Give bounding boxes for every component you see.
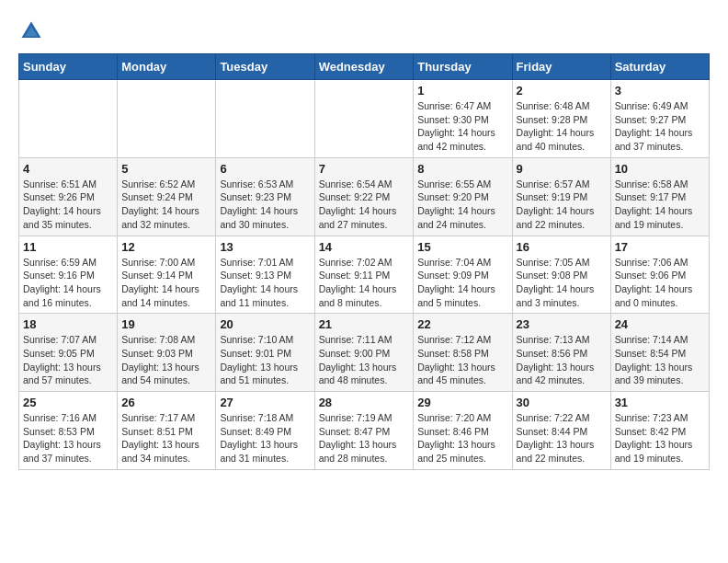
calendar-cell	[118, 80, 216, 158]
day-info: Sunrise: 7:04 AMSunset: 9:09 PMDaylight:…	[417, 256, 507, 310]
day-info: Sunrise: 6:47 AMSunset: 9:30 PMDaylight:…	[417, 99, 507, 154]
day-number: 5	[121, 162, 211, 176]
calendar-cell: 6Sunrise: 6:53 AMSunset: 9:23 PMDaylight…	[216, 157, 314, 236]
day-info: Sunrise: 7:19 AMSunset: 8:47 PMDaylight:…	[319, 411, 410, 465]
calendar-cell: 8Sunrise: 6:55 AMSunset: 9:20 PMDaylight…	[414, 157, 512, 236]
calendar-cell: 31Sunrise: 7:23 AMSunset: 8:42 PMDayligh…	[610, 392, 709, 470]
day-info: Sunrise: 6:53 AMSunset: 9:23 PMDaylight:…	[220, 178, 310, 232]
day-number: 14	[319, 240, 410, 254]
day-number: 22	[417, 317, 507, 331]
day-number: 27	[220, 396, 310, 409]
day-number: 6	[220, 162, 310, 176]
day-info: Sunrise: 7:08 AMSunset: 9:03 PMDaylight:…	[121, 333, 211, 387]
day-info: Sunrise: 6:49 AMSunset: 9:27 PMDaylight:…	[615, 99, 705, 154]
day-number: 18	[23, 317, 113, 331]
day-number: 30	[517, 396, 607, 409]
calendar-cell	[314, 80, 414, 158]
day-info: Sunrise: 7:07 AMSunset: 9:05 PMDaylight:…	[23, 333, 113, 387]
day-info: Sunrise: 6:57 AMSunset: 9:19 PMDaylight:…	[517, 178, 607, 232]
day-info: Sunrise: 7:02 AMSunset: 9:11 PMDaylight:…	[319, 256, 410, 310]
day-info: Sunrise: 6:59 AMSunset: 9:16 PMDaylight:…	[23, 256, 113, 310]
weekday-header-wednesday: Wednesday	[314, 54, 414, 80]
calendar-week-3: 11Sunrise: 6:59 AMSunset: 9:16 PMDayligh…	[19, 236, 710, 314]
calendar-week-5: 25Sunrise: 7:16 AMSunset: 8:53 PMDayligh…	[19, 392, 710, 470]
calendar-cell: 25Sunrise: 7:16 AMSunset: 8:53 PMDayligh…	[19, 392, 118, 470]
calendar-cell: 27Sunrise: 7:18 AMSunset: 8:49 PMDayligh…	[216, 392, 314, 470]
calendar-cell: 22Sunrise: 7:12 AMSunset: 8:58 PMDayligh…	[414, 314, 512, 392]
calendar-cell: 21Sunrise: 7:11 AMSunset: 9:00 PMDayligh…	[314, 314, 414, 392]
weekday-header-friday: Friday	[512, 54, 610, 80]
calendar-cell: 15Sunrise: 7:04 AMSunset: 9:09 PMDayligh…	[414, 236, 512, 314]
day-info: Sunrise: 6:54 AMSunset: 9:22 PMDaylight:…	[319, 178, 410, 232]
calendar-cell	[19, 80, 118, 158]
calendar-week-2: 4Sunrise: 6:51 AMSunset: 9:26 PMDaylight…	[19, 157, 710, 236]
day-info: Sunrise: 7:00 AMSunset: 9:14 PMDaylight:…	[121, 256, 211, 310]
day-info: Sunrise: 6:48 AMSunset: 9:28 PMDaylight:…	[517, 99, 607, 154]
calendar-cell: 24Sunrise: 7:14 AMSunset: 8:54 PMDayligh…	[610, 314, 709, 392]
day-info: Sunrise: 7:05 AMSunset: 9:08 PMDaylight:…	[517, 256, 607, 310]
day-info: Sunrise: 7:11 AMSunset: 9:00 PMDaylight:…	[319, 333, 410, 387]
day-number: 12	[121, 240, 211, 254]
day-number: 16	[517, 240, 607, 254]
day-number: 7	[319, 162, 410, 176]
calendar-week-4: 18Sunrise: 7:07 AMSunset: 9:05 PMDayligh…	[19, 314, 710, 392]
calendar-cell: 18Sunrise: 7:07 AMSunset: 9:05 PMDayligh…	[19, 314, 118, 392]
calendar-cell: 5Sunrise: 6:52 AMSunset: 9:24 PMDaylight…	[118, 157, 216, 236]
day-info: Sunrise: 7:18 AMSunset: 8:49 PMDaylight:…	[220, 411, 310, 465]
day-info: Sunrise: 7:01 AMSunset: 9:13 PMDaylight:…	[220, 256, 310, 310]
day-info: Sunrise: 7:12 AMSunset: 8:58 PMDaylight:…	[417, 333, 507, 387]
calendar-cell: 10Sunrise: 6:58 AMSunset: 9:17 PMDayligh…	[610, 157, 709, 236]
day-info: Sunrise: 7:20 AMSunset: 8:46 PMDaylight:…	[417, 411, 507, 465]
calendar-table: SundayMondayTuesdayWednesdayThursdayFrid…	[18, 53, 710, 470]
day-info: Sunrise: 6:52 AMSunset: 9:24 PMDaylight:…	[121, 178, 211, 232]
day-number: 26	[121, 396, 211, 409]
weekday-header-tuesday: Tuesday	[216, 54, 314, 80]
calendar-cell: 12Sunrise: 7:00 AMSunset: 9:14 PMDayligh…	[118, 236, 216, 314]
calendar-header: SundayMondayTuesdayWednesdayThursdayFrid…	[19, 54, 710, 80]
day-number: 24	[615, 317, 705, 331]
day-number: 3	[615, 84, 705, 98]
day-number: 2	[517, 84, 607, 98]
calendar-cell: 30Sunrise: 7:22 AMSunset: 8:44 PMDayligh…	[512, 392, 610, 470]
day-info: Sunrise: 7:10 AMSunset: 9:01 PMDaylight:…	[220, 333, 310, 387]
calendar-cell: 11Sunrise: 6:59 AMSunset: 9:16 PMDayligh…	[19, 236, 118, 314]
day-number: 28	[319, 396, 410, 409]
calendar-cell: 23Sunrise: 7:13 AMSunset: 8:56 PMDayligh…	[512, 314, 610, 392]
day-number: 23	[517, 317, 607, 331]
day-info: Sunrise: 7:17 AMSunset: 8:51 PMDaylight:…	[121, 411, 211, 465]
weekday-header-saturday: Saturday	[610, 54, 709, 80]
day-info: Sunrise: 7:13 AMSunset: 8:56 PMDaylight:…	[517, 333, 607, 387]
page-header	[18, 18, 710, 44]
day-number: 31	[615, 396, 705, 409]
day-number: 21	[319, 317, 410, 331]
day-info: Sunrise: 6:51 AMSunset: 9:26 PMDaylight:…	[23, 178, 113, 232]
calendar-cell: 4Sunrise: 6:51 AMSunset: 9:26 PMDaylight…	[19, 157, 118, 236]
day-number: 29	[417, 396, 507, 409]
day-number: 17	[615, 240, 705, 254]
calendar-body: 1Sunrise: 6:47 AMSunset: 9:30 PMDaylight…	[19, 80, 710, 470]
day-info: Sunrise: 7:23 AMSunset: 8:42 PMDaylight:…	[615, 411, 705, 465]
calendar-cell: 13Sunrise: 7:01 AMSunset: 9:13 PMDayligh…	[216, 236, 314, 314]
calendar-week-1: 1Sunrise: 6:47 AMSunset: 9:30 PMDaylight…	[19, 80, 710, 158]
calendar-cell: 19Sunrise: 7:08 AMSunset: 9:03 PMDayligh…	[118, 314, 216, 392]
logo-icon	[18, 18, 44, 44]
logo	[18, 18, 48, 44]
calendar-cell: 16Sunrise: 7:05 AMSunset: 9:08 PMDayligh…	[512, 236, 610, 314]
calendar-cell: 3Sunrise: 6:49 AMSunset: 9:27 PMDaylight…	[610, 80, 709, 158]
calendar-cell: 7Sunrise: 6:54 AMSunset: 9:22 PMDaylight…	[314, 157, 414, 236]
day-number: 8	[417, 162, 507, 176]
weekday-header-sunday: Sunday	[19, 54, 118, 80]
calendar-cell: 9Sunrise: 6:57 AMSunset: 9:19 PMDaylight…	[512, 157, 610, 236]
day-info: Sunrise: 6:55 AMSunset: 9:20 PMDaylight:…	[417, 178, 507, 232]
calendar-cell: 17Sunrise: 7:06 AMSunset: 9:06 PMDayligh…	[610, 236, 709, 314]
weekday-header-row: SundayMondayTuesdayWednesdayThursdayFrid…	[19, 54, 710, 80]
calendar-cell: 20Sunrise: 7:10 AMSunset: 9:01 PMDayligh…	[216, 314, 314, 392]
day-info: Sunrise: 7:22 AMSunset: 8:44 PMDaylight:…	[517, 411, 607, 465]
day-number: 19	[121, 317, 211, 331]
day-number: 9	[517, 162, 607, 176]
day-info: Sunrise: 6:58 AMSunset: 9:17 PMDaylight:…	[615, 178, 705, 232]
day-info: Sunrise: 7:06 AMSunset: 9:06 PMDaylight:…	[615, 256, 705, 310]
day-number: 1	[417, 84, 507, 98]
day-number: 11	[23, 240, 113, 254]
weekday-header-monday: Monday	[118, 54, 216, 80]
